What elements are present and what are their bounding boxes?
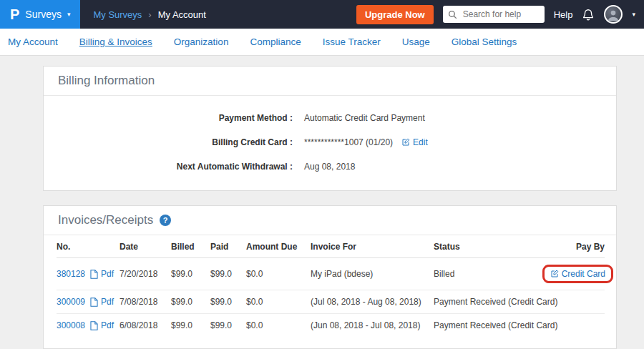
invoice-row-300009: 300009 Pdf 7/08/2018 $99.0 $99.0 $0.0 (J… (57, 290, 605, 314)
product-name: Surveys (25, 9, 62, 20)
tab-global-settings[interactable]: Global Settings (452, 36, 517, 47)
tab-compliance[interactable]: Compliance (250, 36, 301, 47)
no-cell: 300008 Pdf (57, 314, 119, 338)
payment-method-label: Payment Method : (44, 113, 293, 123)
billing-credit-card-value-wrap: ************1007 (01/20) Edit (304, 137, 428, 147)
amount-due-cell: $0.0 (246, 258, 311, 290)
search-icon (448, 10, 457, 19)
column-header-invoice-for: Invoice For (311, 235, 434, 258)
next-withdrawal-value: Aug 08, 2018 (304, 162, 355, 172)
column-header-status: Status (434, 235, 547, 258)
tab-organization[interactable]: Organization (174, 36, 229, 47)
person-icon (605, 8, 621, 22)
invoice-for-cell: My iPad (bdese) (311, 258, 434, 290)
invoice-row-300008: 300008 Pdf 6/08/2018 $99.0 $99.0 $0.0 (J… (57, 314, 605, 338)
account-menu-chevron-icon[interactable]: ▾ (632, 11, 635, 18)
tab-my-account[interactable]: My Account (8, 36, 58, 47)
status-cell: Payment Received (Credit Card) (434, 290, 547, 314)
invoice-number-link[interactable]: 300009 (57, 297, 85, 307)
no-cell: 380128 Pdf (57, 258, 119, 290)
column-header-paid: Paid (210, 235, 246, 258)
main-content: Billing Information Payment Method : Aut… (0, 56, 644, 349)
billing-information-card: Billing Information Payment Method : Aut… (43, 66, 617, 191)
pdf-document-icon (90, 321, 98, 330)
upgrade-now-button[interactable]: Upgrade Now (356, 5, 434, 24)
pdf-link-label: Pdf (101, 297, 114, 307)
pdf-link-label: Pdf (101, 320, 114, 330)
invoices-card-title: Invoices/Receipts (58, 213, 153, 227)
paid-cell: $99.0 (210, 314, 246, 338)
billing-fields: Payment Method : Automatic Credit Card P… (44, 96, 616, 190)
paid-cell: $99.0 (210, 290, 246, 314)
invoice-number-link[interactable]: 380128 (57, 269, 85, 279)
billing-card-header: Billing Information (44, 67, 616, 96)
invoice-for-cell: (Jul 08, 2018 - Aug 08, 2018) (311, 290, 434, 314)
paid-cell: $99.0 (210, 258, 246, 290)
red-highlight-annotation: Credit Card (542, 265, 613, 283)
billing-credit-card-value: ************1007 (01/20) (304, 137, 393, 147)
payment-method-value: Automatic Credit Card Payment (304, 113, 425, 123)
questionpro-logo: P (10, 7, 19, 21)
user-avatar[interactable] (604, 5, 623, 24)
billing-credit-card-label: Billing Credit Card : (44, 137, 293, 147)
no-cell: 300009 Pdf (57, 290, 119, 314)
amount-due-cell: $0.0 (246, 290, 311, 314)
tab-billing-invoices[interactable]: Billing & Invoices (79, 36, 152, 47)
pdf-document-icon (90, 298, 98, 307)
date-cell: 7/08/2018 (119, 290, 171, 314)
top-bar: P Surveys ▾ My Surveys › My Account Upgr… (0, 0, 644, 29)
edit-pencil-icon (401, 138, 410, 147)
billed-cell: $99.0 (171, 258, 210, 290)
billing-credit-card-row: Billing Credit Card : ************1007 (… (44, 130, 616, 154)
column-header-no: No. (57, 235, 119, 258)
billed-cell: $99.0 (171, 290, 210, 314)
breadcrumb-my-account: My Account (158, 9, 206, 20)
table-header-row: No. Date Billed Paid Amount Due Invoice … (57, 235, 605, 258)
invoices-receipts-card: Invoices/Receipts ? No. Date Billed Paid… (43, 205, 617, 349)
product-switcher[interactable]: P Surveys ▾ (0, 0, 80, 29)
pdf-download-link[interactable]: Pdf (90, 297, 114, 307)
help-question-icon[interactable]: ? (160, 215, 171, 226)
invoice-row-380128: 380128 Pdf 7/20/2018 $99.0 $99.0 $0.0 My… (57, 258, 605, 290)
column-header-amount-due: Amount Due (246, 235, 311, 258)
status-cell: Billed (434, 258, 547, 290)
tab-usage[interactable]: Usage (402, 36, 430, 47)
pay-by-credit-card-link[interactable]: Credit Card (550, 269, 605, 279)
column-header-date: Date (119, 235, 171, 258)
billed-cell: $99.0 (171, 314, 210, 338)
account-nav-tabs: My Account Billing & Invoices Organizati… (0, 29, 644, 56)
date-cell: 7/20/2018 (119, 258, 171, 290)
billing-card-title: Billing Information (58, 74, 155, 88)
breadcrumb: My Surveys › My Account (93, 9, 205, 20)
status-cell: Payment Received (Credit Card) (434, 314, 547, 338)
invoices-card-header: Invoices/Receipts ? (44, 206, 616, 235)
chevron-right-icon: › (148, 9, 151, 20)
next-withdrawal-row: Next Automatic Withdrawal : Aug 08, 2018 (44, 154, 616, 179)
tab-issue-tracker[interactable]: Issue Tracker (323, 36, 381, 47)
pay-edit-icon (550, 270, 559, 278)
topbar-actions: Upgrade Now Help ▾ (356, 5, 644, 24)
column-header-billed: Billed (171, 235, 210, 258)
next-withdrawal-label: Next Automatic Withdrawal : (44, 162, 293, 172)
pdf-download-link[interactable]: Pdf (90, 320, 114, 330)
invoice-number-link[interactable]: 300008 (57, 320, 85, 330)
pay-by-cell: Credit Card (547, 258, 605, 290)
edit-credit-card-link[interactable]: Edit (401, 137, 428, 147)
amount-due-cell: $0.0 (246, 314, 311, 338)
invoices-table: No. Date Billed Paid Amount Due Invoice … (57, 235, 605, 337)
pdf-download-link[interactable]: Pdf (90, 269, 114, 279)
chevron-down-icon: ▾ (67, 11, 71, 18)
invoice-for-cell: (Jun 08, 2018 - Jul 08, 2018) (311, 314, 434, 338)
edit-link-label: Edit (413, 137, 428, 147)
date-cell: 6/08/2018 (119, 314, 171, 338)
column-header-pay-by: Pay By (547, 235, 605, 258)
payment-method-row: Payment Method : Automatic Credit Card P… (44, 106, 616, 130)
pdf-link-label: Pdf (101, 269, 114, 279)
help-link[interactable]: Help (554, 9, 573, 20)
help-search-box[interactable] (443, 6, 545, 23)
search-input[interactable] (462, 9, 540, 20)
pay-by-link-label: Credit Card (562, 269, 605, 279)
pdf-document-icon (90, 270, 98, 279)
notifications-bell-icon[interactable] (582, 8, 595, 21)
breadcrumb-my-surveys[interactable]: My Surveys (93, 9, 142, 20)
